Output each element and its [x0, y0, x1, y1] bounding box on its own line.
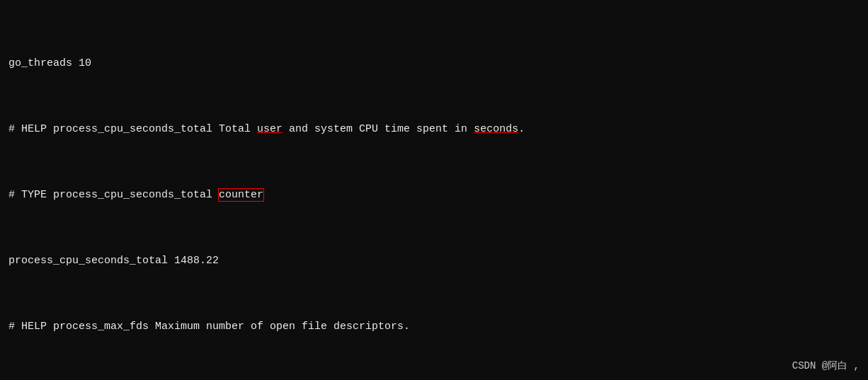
highlight-user: user: [257, 123, 282, 135]
highlight-seconds: seconds: [474, 123, 518, 135]
line-go-threads: go_threads 10: [8, 55, 860, 71]
line-help-cpu: # HELP process_cpu_seconds_total Total u…: [8, 121, 860, 137]
line-help-maxfds: # HELP process_max_fds Maximum number of…: [8, 318, 860, 335]
line-type-cpu: # TYPE process_cpu_seconds_total counter: [8, 187, 860, 203]
line-val-cpu: process_cpu_seconds_total 1488.22: [8, 253, 860, 269]
highlight-counter: counter: [219, 189, 263, 201]
watermark: CSDN @阿白 ,: [792, 359, 860, 374]
terminal-output: go_threads 10 # HELP process_cpu_seconds…: [0, 0, 868, 380]
